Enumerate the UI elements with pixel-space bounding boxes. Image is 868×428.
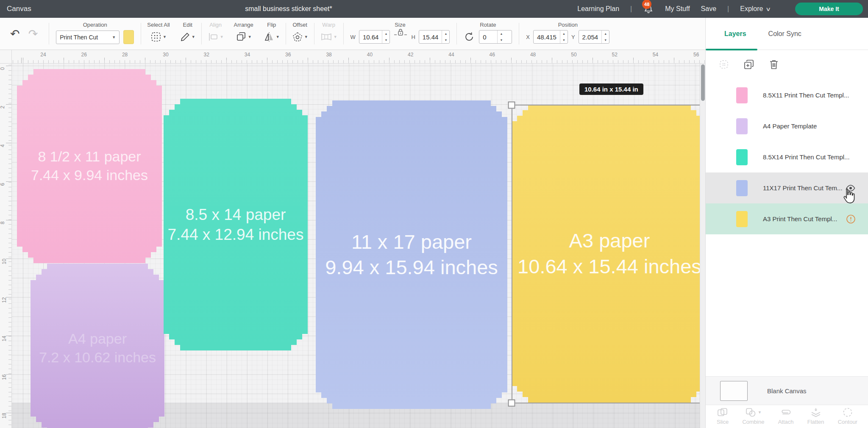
undo-button[interactable]: ↶ xyxy=(6,27,24,41)
sheet-dims: 7.44 x 9.94 inches xyxy=(31,166,148,185)
duplicate-layer-button[interactable] xyxy=(743,58,755,70)
layer-label: A3 Print Then Cut Templ... xyxy=(763,215,837,222)
align-button[interactable]: Align ▼ xyxy=(203,18,229,50)
selection-border-top xyxy=(510,105,705,106)
ruler-label: 24 xyxy=(40,52,46,58)
rotate-stepper[interactable]: ▲▼ xyxy=(497,31,505,43)
toolbar-divider xyxy=(286,23,286,44)
slice-button[interactable]: Slice xyxy=(717,407,729,428)
redo-button[interactable]: ↷ xyxy=(24,27,42,41)
x-label: X xyxy=(526,34,530,40)
combine-button[interactable]: ▼ Combine xyxy=(742,407,764,428)
sheet-title: A4 paper xyxy=(39,330,156,348)
width-stepper[interactable]: ▲▼ xyxy=(382,31,389,43)
layer-swatch xyxy=(736,87,748,103)
y-position-input[interactable]: 2.054 ▲▼ xyxy=(579,30,610,44)
save-button[interactable]: Save xyxy=(701,5,716,13)
sheet-11x17[interactable]: 11 x 17 paper9.94 x 15.94 inches xyxy=(316,100,507,409)
topbar-divider: | xyxy=(630,5,632,13)
layer-row-a3[interactable]: A3 Print Then Cut Templ... xyxy=(706,203,868,234)
x-stepper[interactable]: ▲▼ xyxy=(560,31,568,43)
design-canvas[interactable]: 8 1/2 x 11 paper7.44 x 9.94 inches A4 pa… xyxy=(12,64,705,428)
size-label: Size xyxy=(395,22,405,28)
layer-row-a4[interactable]: A4 Paper Template xyxy=(706,111,868,142)
sheet-a3-selected[interactable]: A3 paper10.64 x 15.44 inches xyxy=(512,105,705,403)
sheet-title: 8.5 x 14 paper xyxy=(168,205,304,225)
ruler-label: 42 xyxy=(408,52,413,58)
group-select-button[interactable] xyxy=(718,59,729,70)
rotate-input[interactable]: 0 ▲▼ xyxy=(479,30,512,44)
layer-row-8-5x14[interactable]: 8.5X14 Print Then Cut Templ... xyxy=(706,142,868,172)
layer-swatch xyxy=(736,149,748,165)
contour-button[interactable]: Contour xyxy=(838,407,857,428)
top-bar: Canvas small business sticker sheet* Lea… xyxy=(0,0,868,18)
select-all-button[interactable]: Select All ▼ xyxy=(142,18,175,50)
x-position-input[interactable]: 48.415 ▲▼ xyxy=(533,30,568,44)
flip-icon xyxy=(264,31,275,42)
canvas-vertical-scrollbar[interactable] xyxy=(700,64,705,428)
visibility-eye-icon[interactable] xyxy=(846,184,856,192)
layer-label: 8.5X11 Print Then Cut Templ... xyxy=(763,92,849,99)
caret-down-icon: ▼ xyxy=(163,35,167,39)
ruler-label: 6 xyxy=(0,183,6,186)
layer-label: A4 Paper Template xyxy=(763,122,817,130)
attach-button[interactable]: Attach xyxy=(778,407,794,428)
explore-menu[interactable]: Explore ∨ xyxy=(740,5,771,13)
toolbar-divider xyxy=(343,23,344,44)
ruler-label: 2 xyxy=(0,106,6,109)
layer-row-8-5x11[interactable]: 8.5X11 Print Then Cut Templ... xyxy=(706,80,868,111)
duplicate-icon xyxy=(743,58,755,70)
position-group: Position X 48.415 ▲▼ Y 2.054 ▲▼ xyxy=(520,18,615,50)
tab-color-sync[interactable]: Color Sync xyxy=(768,30,801,38)
canvas-menu-button[interactable]: Canvas xyxy=(7,0,31,18)
group-select-icon xyxy=(718,59,729,70)
warp-icon xyxy=(320,32,332,42)
layer-actions-footer: Slice ▼ Combine Attach Flatten Contour xyxy=(706,405,868,428)
caret-down-icon: ▼ xyxy=(276,35,280,39)
ruler-label: 8 xyxy=(0,222,6,225)
height-input[interactable]: 15.44 ▲▼ xyxy=(419,30,450,44)
width-input[interactable]: 10.64 ▲▼ xyxy=(359,30,390,44)
ruler-label: 0 xyxy=(0,67,6,70)
active-tab-indicator xyxy=(706,49,757,50)
ruler-label: 10 xyxy=(1,258,7,264)
toolbar-divider xyxy=(201,23,202,44)
explore-label: Explore xyxy=(740,5,763,13)
edit-button[interactable]: Edit ▼ xyxy=(175,18,200,50)
y-stepper[interactable]: ▲▼ xyxy=(601,31,609,43)
my-stuff-link[interactable]: My Stuff xyxy=(665,5,690,13)
operation-dropdown[interactable]: Print Then Cut ▼ xyxy=(56,31,120,44)
offset-button[interactable]: Offset ▼ xyxy=(287,18,313,50)
height-stepper[interactable]: ▲▼ xyxy=(442,31,449,43)
delete-layer-button[interactable] xyxy=(768,58,779,70)
tab-layers[interactable]: Layers xyxy=(724,30,746,38)
selection-handle-bottom-left[interactable] xyxy=(508,400,515,407)
sheet-8-5x11[interactable]: 8 1/2 x 11 paper7.44 x 9.94 inches xyxy=(17,69,162,263)
notifications-button[interactable]: 48 xyxy=(643,3,654,14)
selection-handle-top-left[interactable] xyxy=(508,102,515,109)
sheet-title: 11 x 17 paper xyxy=(325,229,498,255)
ruler-label: 28 xyxy=(122,52,128,58)
warp-button[interactable]: Warp ▼ xyxy=(315,18,342,50)
warning-icon[interactable] xyxy=(846,214,856,224)
ruler-label: 30 xyxy=(163,52,168,58)
rotate-icon[interactable] xyxy=(464,31,475,42)
make-it-button[interactable]: Make It xyxy=(795,3,863,15)
blank-canvas-row[interactable]: Blank Canvas xyxy=(706,376,868,405)
operation-color-swatch[interactable] xyxy=(123,30,134,44)
ruler-label: 14 xyxy=(1,336,7,341)
sheet-8-5x14[interactable]: 8.5 x 14 paper7.44 x 12.94 inches xyxy=(164,99,308,350)
scrollbar-thumb[interactable] xyxy=(701,64,705,101)
rotate-group: Rotate 0 ▲▼ xyxy=(458,18,518,50)
layer-row-11x17[interactable]: 11X17 Print Then Cut Tem... xyxy=(706,172,868,203)
arrange-button[interactable]: Arrange ▼ xyxy=(229,18,259,50)
learning-plan-link[interactable]: Learning Plan xyxy=(577,5,619,13)
sheet-a4[interactable]: A4 paper7.2 x 10.62 inches xyxy=(31,264,164,428)
layer-label: 11X17 Print Then Cut Tem... xyxy=(763,184,843,192)
flip-button[interactable]: Flip ▼ xyxy=(259,18,285,50)
trash-icon xyxy=(768,58,779,70)
edit-pencil-icon xyxy=(180,32,190,42)
flatten-button[interactable]: Flatten xyxy=(807,407,824,428)
horizontal-ruler: 2426283032343638404244464850525456 xyxy=(12,50,705,64)
size-lock-icon[interactable] xyxy=(393,28,408,36)
